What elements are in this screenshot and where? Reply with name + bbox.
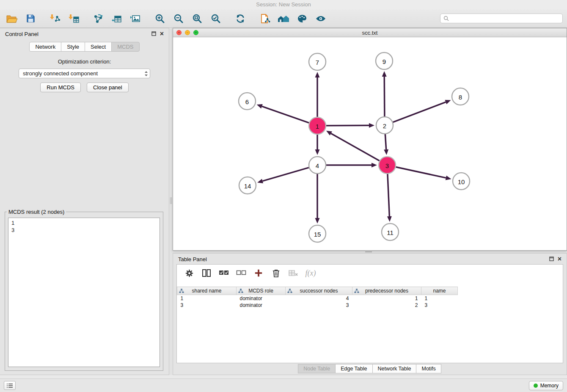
minimize-window-button[interactable]: − [185, 30, 190, 35]
column-header-successor-nodes[interactable]: successor nodes [286, 287, 352, 295]
mcds-result-list[interactable]: 1 3 [8, 218, 160, 367]
cell-shared-name[interactable]: 1 [177, 295, 237, 302]
tab-motifs[interactable]: Motifs [416, 364, 441, 373]
graph-edge-arrowhead [387, 216, 392, 222]
graph-node-1[interactable]: 1 [309, 117, 326, 134]
graph-node-6[interactable]: 6 [239, 93, 256, 110]
table-settings-button[interactable] [184, 268, 195, 279]
open-file-button[interactable] [4, 11, 19, 26]
close-window-button[interactable]: × [176, 30, 182, 35]
zoom-in-button[interactable] [152, 11, 168, 26]
run-mcds-button[interactable]: Run MCDS [40, 83, 81, 92]
table-row[interactable]: 1 dominator 4 1 1 [177, 295, 563, 302]
search-input[interactable] [451, 16, 559, 22]
tab-edge-table[interactable]: Edge Table [335, 364, 372, 373]
tab-network-table[interactable]: Network Table [372, 364, 417, 373]
task-history-button[interactable] [4, 381, 16, 390]
cell-mcds-role[interactable]: dominator [237, 302, 286, 309]
network-graph[interactable]: 7968124314101511 [173, 37, 567, 250]
graph-node-11[interactable]: 11 [382, 224, 399, 240]
zoom-selected-button[interactable] [208, 11, 223, 26]
graph-node-4[interactable]: 4 [309, 157, 326, 174]
network-canvas[interactable]: 7968124314101511 [173, 37, 567, 250]
float-table-panel-icon[interactable] [549, 256, 554, 262]
cell-name[interactable]: 3 [421, 302, 458, 309]
table-row[interactable]: 3 dominator 3 2 3 [177, 302, 563, 309]
column-header-mcds-role[interactable]: MCDS role [237, 287, 286, 295]
deselect-all-button[interactable] [236, 268, 247, 279]
cell-predecessor-nodes[interactable]: 2 [352, 302, 421, 309]
tab-network[interactable]: Network [29, 42, 61, 52]
add-row-button[interactable] [253, 268, 264, 279]
new-network-button[interactable] [91, 11, 106, 26]
graph-node-9[interactable]: 9 [376, 52, 393, 69]
result-item[interactable]: 3 [11, 226, 157, 234]
zoom-out-button[interactable] [171, 11, 186, 26]
column-type-icon [179, 288, 184, 293]
import-table-button[interactable] [66, 11, 81, 26]
splitter-handle[interactable] [365, 251, 372, 252]
share-document-button[interactable] [257, 11, 272, 26]
cell-successor-nodes[interactable]: 4 [286, 295, 352, 302]
graph-node-3[interactable]: 3 [379, 157, 396, 174]
tab-style[interactable]: Style [61, 42, 85, 52]
cell-successor-nodes[interactable]: 3 [286, 302, 352, 309]
import-network-button[interactable] [47, 11, 63, 26]
refresh-view-button[interactable] [233, 11, 248, 26]
column-header-name[interactable]: name [421, 287, 458, 295]
close-table-panel-icon[interactable]: × [558, 257, 561, 262]
show-columns-button[interactable] [201, 268, 212, 279]
zoom-fit-button[interactable] [190, 11, 205, 26]
search-box[interactable] [440, 14, 563, 23]
show-hide-button[interactable] [313, 11, 328, 26]
graph-node-2[interactable]: 2 [376, 117, 393, 134]
float-panel-icon[interactable] [151, 31, 156, 37]
deselect-all-icon [236, 269, 246, 277]
vertical-panel-splitter[interactable] [169, 28, 173, 375]
file-group [4, 11, 38, 26]
optimization-criterion-select[interactable]: strongly connected component [19, 69, 150, 78]
graph-edge-2-9[interactable] [384, 77, 385, 116]
tab-node-table[interactable]: Node Table [298, 364, 336, 373]
cell-mcds-role[interactable]: dominator [237, 295, 286, 302]
graph-edge-2-3[interactable] [385, 134, 386, 149]
delete-row-button[interactable] [270, 268, 281, 279]
graph-edge-3-1[interactable] [331, 133, 379, 161]
graph-node-15[interactable]: 15 [309, 225, 326, 242]
home-button[interactable] [276, 11, 291, 26]
delete-table-button[interactable] [288, 268, 299, 279]
graph-node-8[interactable]: 8 [452, 88, 469, 105]
save-session-button[interactable] [23, 11, 38, 26]
graph-edge-2-8[interactable] [393, 102, 446, 122]
graph-node-14[interactable]: 14 [239, 177, 256, 194]
table-panel: Table Panel × [173, 253, 567, 375]
window-titlebar[interactable]: Session: New Session [0, 0, 567, 9]
cell-predecessor-nodes[interactable]: 1 [352, 295, 421, 302]
graph-node-10[interactable]: 10 [453, 173, 470, 190]
new-table-button[interactable] [109, 11, 124, 26]
style-button[interactable] [295, 11, 310, 26]
zoom-window-button[interactable]: + [193, 30, 198, 35]
close-control-panel-icon[interactable]: × [160, 31, 164, 36]
graph-edge-3-10[interactable] [396, 167, 446, 178]
graph-edge-1-2[interactable] [326, 125, 369, 126]
tab-select[interactable]: Select [85, 42, 112, 52]
import-group [47, 11, 81, 26]
splitter-handle[interactable] [170, 197, 172, 204]
graph-edge-3-11[interactable] [388, 174, 389, 216]
graph-edge-4-14[interactable] [263, 168, 309, 181]
network-window-titlebar[interactable]: scc.txt × − + [173, 28, 567, 37]
export-image-button[interactable] [128, 11, 143, 26]
cell-shared-name[interactable]: 3 [177, 302, 237, 309]
cell-name[interactable]: 1 [421, 295, 458, 302]
function-builder-button[interactable]: f(x) [305, 268, 316, 279]
graph-node-7[interactable]: 7 [309, 53, 326, 70]
close-mcds-panel-button[interactable]: Close panel [87, 83, 129, 92]
memory-button[interactable]: Memory [529, 381, 563, 390]
tab-mcds[interactable]: MCDS [111, 42, 139, 52]
column-header-shared-name[interactable]: shared name [177, 287, 237, 295]
result-item[interactable]: 1 [11, 219, 157, 226]
column-header-predecessor-nodes[interactable]: predecessor nodes [352, 287, 421, 295]
select-all-button[interactable] [218, 268, 229, 279]
graph-edge-1-6[interactable] [262, 106, 309, 123]
